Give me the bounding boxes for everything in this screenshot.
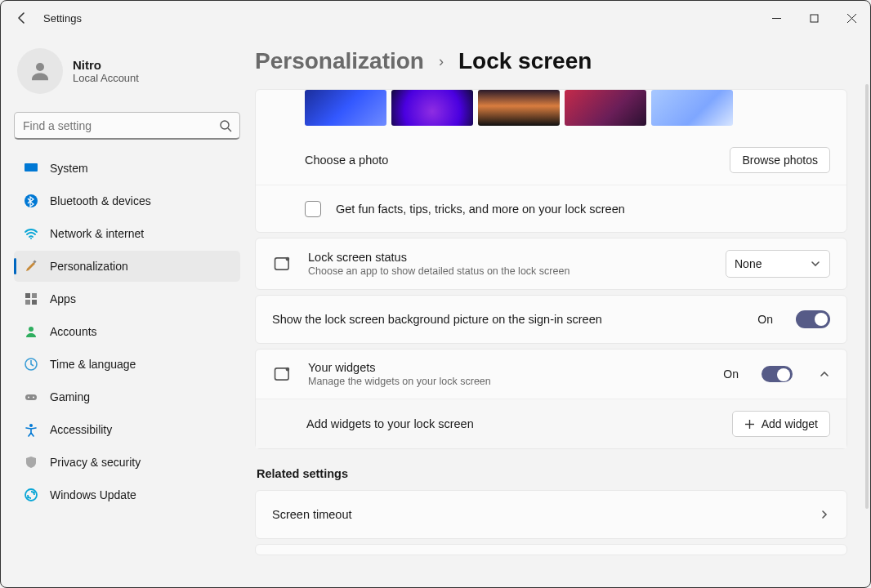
breadcrumb-parent[interactable]: Personalization bbox=[255, 48, 424, 74]
screen-timeout-label: Screen timeout bbox=[272, 508, 804, 521]
profile-name: Nitro bbox=[73, 58, 139, 72]
search-input[interactable] bbox=[14, 112, 240, 140]
sidebar-item-label: Windows Update bbox=[50, 488, 136, 501]
background-picture-card: Choose a photo Browse photos Get fun fac… bbox=[255, 89, 847, 233]
add-widget-button[interactable]: Add widget bbox=[732, 411, 830, 437]
sidebar-item-label: Bluetooth & devices bbox=[50, 194, 151, 207]
sidebar-item-privacy[interactable]: Privacy & security bbox=[14, 447, 240, 478]
svg-point-20 bbox=[29, 424, 33, 427]
widgets-icon bbox=[272, 363, 293, 385]
browse-photos-button[interactable]: Browse photos bbox=[730, 147, 830, 173]
svg-line-6 bbox=[228, 128, 231, 131]
screen-timeout-row[interactable]: Screen timeout bbox=[255, 490, 847, 539]
widgets-title: Your widgets bbox=[308, 361, 708, 374]
search-icon bbox=[219, 119, 232, 132]
sidebar-item-apps[interactable]: Apps bbox=[14, 283, 240, 314]
maximize-button[interactable] bbox=[795, 5, 833, 31]
svg-point-18 bbox=[28, 397, 29, 399]
sidebar-item-label: Accessibility bbox=[50, 423, 112, 436]
chevron-down-icon bbox=[810, 258, 821, 270]
sidebar-item-time-language[interactable]: Time & language bbox=[14, 349, 240, 380]
shield-icon bbox=[24, 455, 38, 470]
svg-rect-17 bbox=[25, 394, 37, 400]
sidebar-item-personalization[interactable]: Personalization bbox=[14, 251, 240, 282]
sidebar-item-network[interactable]: Network & internet bbox=[14, 218, 240, 249]
next-card-peek bbox=[255, 544, 847, 555]
picture-thumb[interactable] bbox=[565, 90, 646, 126]
svg-rect-7 bbox=[25, 163, 38, 172]
chevron-right-icon: › bbox=[439, 53, 444, 70]
sidebar-item-label: Network & internet bbox=[50, 227, 144, 240]
signin-toggle-state: On bbox=[757, 313, 773, 326]
svg-rect-1 bbox=[811, 15, 818, 22]
widgets-header-row[interactable]: Your widgets Manage the widgets on your … bbox=[256, 350, 846, 399]
globe-clock-icon bbox=[24, 357, 38, 372]
choose-photo-label: Choose a photo bbox=[305, 154, 715, 167]
svg-rect-11 bbox=[25, 293, 30, 298]
picture-thumb[interactable] bbox=[651, 90, 733, 126]
svg-point-25 bbox=[286, 368, 290, 372]
picture-thumb[interactable] bbox=[478, 90, 560, 126]
svg-point-23 bbox=[286, 257, 290, 261]
status-app-select[interactable]: None bbox=[726, 250, 830, 278]
update-icon bbox=[24, 488, 38, 502]
sidebar-item-accounts[interactable]: Accounts bbox=[14, 316, 240, 347]
lock-screen-status-card: Lock screen status Choose an app to show… bbox=[255, 238, 847, 290]
accessibility-icon bbox=[24, 422, 38, 437]
wifi-icon bbox=[24, 226, 38, 241]
fun-facts-label: Get fun facts, tips, tricks, and more on… bbox=[336, 203, 830, 216]
add-widget-button-label: Add widget bbox=[762, 417, 818, 430]
sidebar-item-label: System bbox=[50, 162, 88, 175]
svg-rect-14 bbox=[32, 300, 37, 305]
sidebar-item-bluetooth[interactable]: Bluetooth & devices bbox=[14, 185, 240, 216]
sidebar-item-system[interactable]: System bbox=[14, 153, 240, 184]
apps-icon bbox=[24, 292, 38, 306]
sidebar-item-label: Accounts bbox=[50, 325, 97, 338]
back-button[interactable] bbox=[16, 11, 29, 24]
signin-background-label: Show the lock screen background picture … bbox=[272, 313, 743, 326]
add-widgets-label: Add widgets to your lock screen bbox=[306, 417, 717, 430]
signin-background-toggle[interactable] bbox=[796, 310, 830, 328]
svg-point-15 bbox=[29, 327, 34, 332]
status-selected-value: None bbox=[735, 257, 762, 270]
close-button[interactable] bbox=[833, 5, 870, 31]
signin-background-card: Show the lock screen background picture … bbox=[255, 295, 847, 344]
app-title: Settings bbox=[43, 12, 82, 24]
widgets-toggle[interactable] bbox=[762, 366, 793, 382]
status-icon bbox=[272, 253, 293, 274]
bluetooth-icon bbox=[24, 194, 38, 208]
related-settings-heading: Related settings bbox=[257, 467, 847, 480]
chevron-right-icon bbox=[819, 509, 830, 520]
svg-point-21 bbox=[25, 489, 37, 501]
widgets-card: Your widgets Manage the widgets on your … bbox=[255, 349, 847, 449]
sidebar-item-accessibility[interactable]: Accessibility bbox=[14, 414, 240, 445]
gamepad-icon bbox=[24, 390, 38, 404]
monitor-icon bbox=[24, 161, 38, 176]
svg-point-4 bbox=[36, 63, 44, 71]
chevron-up-icon bbox=[819, 368, 830, 380]
sidebar-item-label: Apps bbox=[50, 292, 76, 305]
status-title: Lock screen status bbox=[308, 251, 711, 264]
sidebar-item-gaming[interactable]: Gaming bbox=[14, 381, 240, 412]
svg-point-19 bbox=[33, 397, 34, 399]
svg-rect-12 bbox=[32, 293, 37, 298]
breadcrumb: Personalization › Lock screen bbox=[255, 35, 847, 89]
widgets-toggle-state: On bbox=[723, 368, 739, 381]
sidebar-item-windows-update[interactable]: Windows Update bbox=[14, 479, 240, 510]
sidebar-item-label: Gaming bbox=[50, 390, 90, 403]
scrollbar[interactable] bbox=[865, 84, 869, 509]
paintbrush-icon bbox=[24, 259, 38, 274]
plus-icon bbox=[744, 419, 755, 430]
minimize-button[interactable] bbox=[757, 5, 795, 31]
sidebar-item-label: Privacy & security bbox=[50, 456, 141, 469]
svg-rect-13 bbox=[25, 300, 30, 305]
fun-facts-checkbox[interactable] bbox=[305, 201, 321, 217]
sidebar-item-label: Time & language bbox=[50, 358, 136, 371]
profile-subtitle: Local Account bbox=[73, 72, 139, 84]
profile-block[interactable]: Nitro Local Account bbox=[14, 43, 240, 109]
picture-thumb[interactable] bbox=[305, 90, 386, 126]
widgets-subtitle: Manage the widgets on your lock screen bbox=[308, 376, 708, 387]
picture-thumb[interactable] bbox=[391, 90, 473, 126]
page-title: Lock screen bbox=[458, 48, 592, 74]
sidebar-item-label: Personalization bbox=[50, 260, 128, 273]
